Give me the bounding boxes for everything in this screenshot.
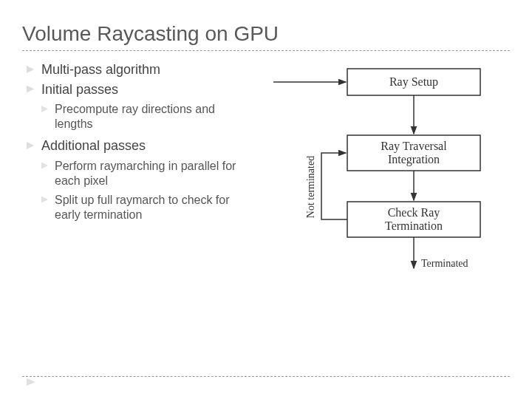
bullet-additional-passes: Additional passes Perform raymarching in… bbox=[27, 137, 244, 222]
title-divider bbox=[22, 50, 510, 51]
page-title: Volume Raycasting on GPU bbox=[22, 22, 510, 46]
flowchart-svg: Ray Setup Ray Traversal Integration Chec… bbox=[251, 61, 502, 290]
subbullet-precompute: Precompute ray directions and lengths bbox=[41, 102, 244, 132]
text-column: Multi-pass algorithm Initial passes Prec… bbox=[22, 61, 251, 228]
box-ray-traversal-label2: Integration bbox=[388, 153, 440, 166]
box-ray-traversal-label1: Ray Traversal bbox=[381, 140, 447, 153]
bullet-multi-pass: Multi-pass algorithm bbox=[27, 61, 244, 78]
bullet-initial-passes-label: Initial passes bbox=[41, 82, 118, 97]
box-check-termination-label2: Termination bbox=[385, 219, 443, 232]
diagram-column: Ray Setup Ray Traversal Integration Chec… bbox=[251, 61, 510, 293]
content-row: Multi-pass algorithm Initial passes Prec… bbox=[22, 61, 510, 293]
sub-list-initial: Precompute ray directions and lengths bbox=[41, 102, 244, 132]
label-not-terminated: Not terminated bbox=[305, 156, 316, 218]
subbullet-raymarching: Perform raymarching in parallel for each… bbox=[41, 159, 244, 188]
label-terminated: Terminated bbox=[421, 258, 468, 269]
main-list: Multi-pass algorithm Initial passes Prec… bbox=[22, 61, 244, 222]
sub-list-additional: Perform raymarching in parallel for each… bbox=[41, 159, 244, 222]
footer-divider bbox=[22, 376, 510, 377]
arrow-loop-not-terminated bbox=[321, 153, 347, 219]
subbullet-split: Split up full raymarch to check for earl… bbox=[41, 193, 244, 222]
bullet-initial-passes: Initial passes Precompute ray directions… bbox=[27, 81, 244, 132]
box-ray-setup-label: Ray Setup bbox=[389, 75, 438, 89]
footer-triangle-icon bbox=[27, 378, 35, 386]
box-check-termination-label1: Check Ray bbox=[388, 206, 440, 219]
bullet-additional-passes-label: Additional passes bbox=[41, 138, 146, 153]
